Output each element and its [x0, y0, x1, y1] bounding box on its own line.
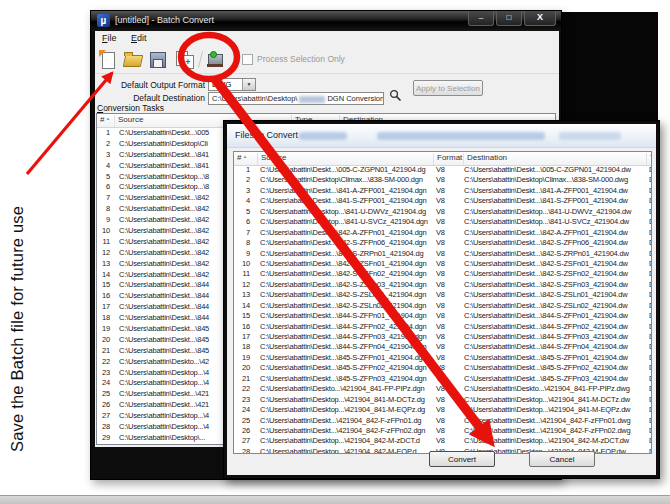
file-row-number: 16	[234, 322, 250, 333]
dialog-client-area: Files to Convert # ▴ Source Format Desti…	[227, 124, 656, 475]
redacted-text	[299, 96, 325, 103]
screenshot-stage: µ [untitled] - Batch Convert – □ X File …	[0, 0, 670, 504]
task-row-source: C:\Users\abattin\Deskt...\005	[119, 127, 209, 138]
file-row-extra: D	[649, 165, 651, 176]
file-row[interactable]: 13 C:\Users\abattin\Deskt...\842-S-ZSLn0…	[234, 290, 651, 300]
file-row-number: 9	[234, 249, 250, 260]
file-row-number: 21	[234, 374, 250, 385]
file-row[interactable]: 11 C:\Users\abattin\Deskt...\842-S-ZSFn0…	[234, 269, 651, 279]
file-row[interactable]: 6 C:\Users\abattin\Desktop...\841-U-SVCz…	[234, 217, 651, 227]
task-row-source: C:\Users\abattin\Deskt...\844	[119, 290, 209, 301]
maximize-button[interactable]: □	[496, 11, 522, 26]
file-row-number: 10	[234, 259, 250, 270]
file-row[interactable]: 17 C:\Users\abattin\Deskt...\844-S-ZFPn0…	[234, 332, 651, 342]
file-row-destination: C:\Users\abattin\Desktop...\841-U-DWVz_4…	[464, 207, 646, 218]
files-col-destination[interactable]: Destination	[464, 153, 647, 165]
file-row[interactable]: 3 C:\Users\abattin\Deskt...\841-A-ZFP001…	[234, 186, 651, 196]
file-row[interactable]: 15 C:\Users\abattin\Deskt...\844-S-ZFPn0…	[234, 311, 651, 321]
file-row-destination: C:\Users\abattin\Desktop...\841-U-SVCz_4…	[464, 217, 646, 228]
menu-edit[interactable]: Edit	[131, 33, 147, 43]
file-row[interactable]: 27 C:\Users\abattin\Desktop...\421904_84…	[234, 436, 651, 446]
file-row[interactable]: 5 C:\Users\abattin\Desktop...\841-U-DWVz…	[234, 207, 651, 217]
file-row-destination: C:\Users\abattin\Deskt...\844-S-ZFPn01_4…	[464, 311, 646, 322]
browse-magnifier-icon[interactable]	[389, 89, 402, 102]
file-row[interactable]: 24 C:\Users\abattin\Desktop...\421904_84…	[234, 405, 651, 415]
menu-file[interactable]: File	[102, 33, 117, 43]
cancel-button[interactable]: Cancel	[529, 451, 595, 467]
add-files-icon[interactable]	[174, 50, 194, 70]
files-col-source[interactable]: Source	[258, 153, 434, 165]
task-row-number: 4	[97, 160, 110, 171]
file-row[interactable]: 22 C:\Users\abattin\Deskto...\421904_841…	[234, 384, 651, 394]
file-row-destination: C:\Users\abattin\Deskt...\005-C-ZGPN01_4…	[464, 165, 646, 176]
chevron-down-icon[interactable]: ▼	[242, 79, 255, 90]
file-row[interactable]: 23 C:\Users\abattin\Desktop...\421904_84…	[234, 395, 651, 405]
task-row-source: C:\Users\abattin\Deskt...\421	[119, 399, 209, 410]
process-selection-checkbox[interactable]	[242, 54, 253, 65]
apply-to-selection-button[interactable]: Apply to Selection	[413, 80, 483, 96]
file-row[interactable]: 16 C:\Users\abattin\Deskt...\844-S-ZFPn0…	[234, 322, 651, 332]
file-row-source: C:\Users\abattin\Desktop...\841-U-DWVz_4…	[260, 207, 433, 218]
file-row[interactable]: 26 C:\Users\abattin\Deskt...\421904_842-…	[234, 426, 651, 436]
file-row-extra: D	[649, 249, 651, 260]
close-button[interactable]: X	[524, 11, 556, 26]
new-file-icon[interactable]	[98, 50, 118, 70]
file-row[interactable]: 25 C:\Users\abattin\Deskt...\421904_842-…	[234, 416, 651, 426]
file-row[interactable]: 20 C:\Users\abattin\Deskt...\845-S-ZFPn0…	[234, 363, 651, 373]
file-row[interactable]: 7 C:\Users\abattin\Deskt...\842-A-ZFPn01…	[234, 228, 651, 238]
task-row-number: 1	[97, 127, 110, 138]
file-row[interactable]: 10 C:\Users\abattin\Deskt...\842-S-ZSFn0…	[234, 259, 651, 269]
file-row-destination: C:\Users\abattin\Deskto...\421904_841-FP…	[464, 384, 646, 395]
convert-button[interactable]: Convert	[429, 451, 495, 467]
file-row-format: V8	[436, 353, 445, 364]
file-row-source: C:\Users\abattin\Deskt...\841-S-ZFP001_4…	[260, 196, 433, 207]
file-row[interactable]: 8 C:\Users\abattin\Deskt...\842-S-ZFPn06…	[234, 238, 651, 248]
output-format-dropdown[interactable]: DWG ▼	[208, 78, 256, 91]
file-row-source: C:\Users\abattin\Deskt...\845-S-ZFPn02_4…	[260, 363, 433, 374]
file-row-source: C:\Users\abattin\Deskt...\844-S-ZFPn02_4…	[260, 322, 433, 333]
file-row-format: V8	[436, 217, 445, 228]
file-row-extra: D	[649, 405, 651, 416]
task-row-source: C:\Users\abattin\Desktop...\4	[119, 367, 209, 378]
window-titlebar[interactable]: µ [untitled] - Batch Convert – □ X	[91, 11, 561, 31]
file-row[interactable]: 12 C:\Users\abattin\Deskt...\842-S-ZSFn0…	[234, 280, 651, 290]
file-row[interactable]: 2 C:\Users\abattin\Desktop\Climax...\838…	[234, 175, 651, 185]
task-row-source: C:\Users\abattin\Deskt...\844	[119, 312, 209, 323]
file-row-extra: D	[649, 238, 651, 249]
file-row-format: V8	[436, 374, 445, 385]
file-row[interactable]: 18 C:\Users\abattin\Deskt...\844-S-ZFPn0…	[234, 342, 651, 352]
file-row-number: 11	[234, 269, 250, 280]
save-batch-icon[interactable]	[148, 50, 168, 70]
open-file-icon[interactable]	[123, 50, 143, 70]
file-row-number: 23	[234, 395, 250, 406]
files-col-extra[interactable]: T	[647, 153, 652, 165]
file-row-source: C:\Users\abattin\Deskt...\845-S-ZFPn01_4…	[260, 353, 433, 364]
files-to-convert-list[interactable]: # ▴ Source Format Destination T 1 C:\Use…	[233, 151, 652, 454]
task-row-source: C:\Users\abattin\Deskt...\842	[119, 225, 209, 236]
destination-field[interactable]: C:\Users\abattin\Desktop\DGN Conversion\	[208, 92, 384, 105]
file-row-destination: C:\Users\abattin\Deskt...\844-S-ZFPn04_4…	[464, 342, 646, 353]
file-row-format: V8	[436, 322, 445, 333]
task-row-source: C:\Users\abattin\Deskt...\845	[119, 334, 209, 345]
task-row-number: 14	[97, 269, 110, 280]
files-col-format[interactable]: Format	[434, 153, 464, 165]
file-row[interactable]: 1 C:\Users\abattin\Deskt...\005-C-ZGPN01…	[234, 165, 651, 175]
task-row-source: C:\Users\abattin\Deskt...\421	[119, 388, 209, 399]
dialog-titlebar[interactable]: Files to Convert	[227, 124, 656, 148]
file-row[interactable]: 14 C:\Users\abattin\Deskt...\842-S-ZSLn0…	[234, 301, 651, 311]
file-row-destination: C:\Users\abattin\Deskt...\845-S-ZFPn03_4…	[464, 374, 646, 385]
file-row[interactable]: 4 C:\Users\abattin\Deskt...\841-S-ZFP001…	[234, 196, 651, 206]
file-row-destination: C:\Users\abattin\Desktop...\421904_842-M…	[464, 436, 646, 447]
minimize-button[interactable]: –	[468, 11, 494, 26]
file-row-format: V8	[436, 426, 445, 437]
file-row[interactable]: 21 C:\Users\abattin\Deskt...\845-S-ZFPn0…	[234, 374, 651, 384]
tasks-col-num[interactable]: # ▴	[97, 115, 115, 127]
file-row-extra: D	[649, 259, 651, 270]
convert-tool-icon[interactable]	[205, 50, 225, 70]
files-col-num[interactable]: # ▴	[234, 153, 258, 165]
file-row[interactable]: 19 C:\Users\abattin\Deskt...\845-S-ZFPn0…	[234, 353, 651, 363]
file-row-number: 19	[234, 353, 250, 364]
file-row[interactable]: 9 C:\Users\abattin\Deskt...\842-S-ZRPn01…	[234, 249, 651, 259]
file-row-destination: C:\Users\abattin\Desktop...\421904_841-M…	[464, 405, 646, 416]
task-row-number: 20	[97, 334, 110, 345]
